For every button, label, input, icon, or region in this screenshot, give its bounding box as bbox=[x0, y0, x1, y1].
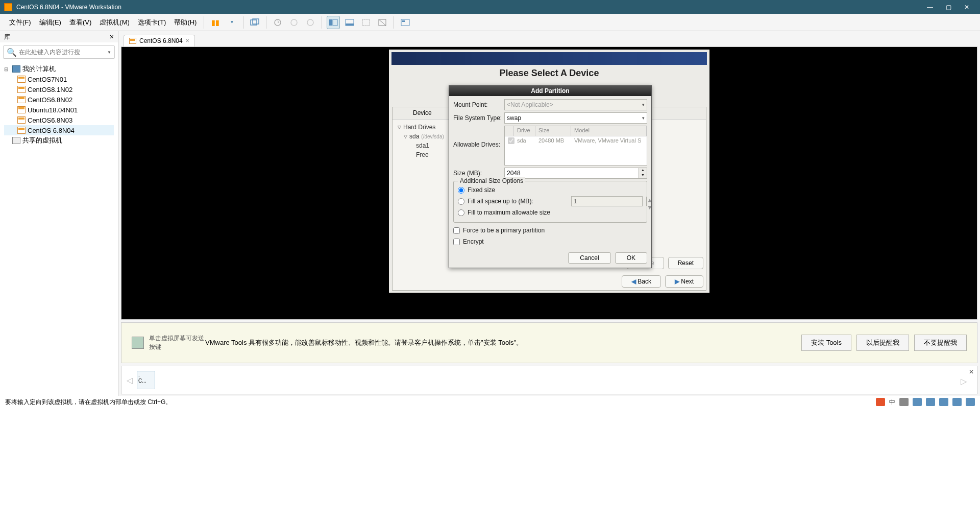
ime-icon[interactable] bbox=[876, 398, 885, 406]
add-partition-dialog: Add Partition Mount Point: <Not Applicab… bbox=[449, 85, 652, 268]
power-dropdown[interactable]: ▼ bbox=[225, 16, 238, 29]
vm-icon bbox=[17, 106, 26, 113]
tree-root-computer[interactable]: ⊟ 我的计算机 bbox=[4, 64, 114, 74]
svg-rect-9 bbox=[362, 19, 370, 26]
menu-vm[interactable]: 虚拟机(M) bbox=[95, 18, 134, 27]
svg-point-4 bbox=[307, 19, 313, 26]
radio-fixed[interactable] bbox=[458, 187, 464, 194]
vm-item[interactable]: Ubuntu18.04N01 bbox=[4, 105, 114, 115]
cancel-button[interactable]: Cancel bbox=[568, 252, 610, 264]
installer-window: Please Select A Device Device ▽Hard Driv… bbox=[389, 50, 709, 293]
view-mode1-button[interactable] bbox=[327, 16, 340, 29]
vm-icon bbox=[17, 127, 26, 134]
size-down[interactable]: ▼ bbox=[639, 173, 647, 178]
thumbnail-button[interactable] bbox=[399, 16, 412, 29]
status-message: 要将输入定向到该虚拟机，请在虚拟机内部单击或按 Ctrl+G。 bbox=[5, 398, 876, 407]
search-input[interactable] bbox=[19, 49, 107, 56]
mount-point-select: <Not Applicable>▾ bbox=[504, 99, 647, 110]
search-icon: 🔍 bbox=[7, 48, 17, 57]
radio-fillup[interactable] bbox=[458, 198, 464, 205]
computer-icon bbox=[12, 65, 20, 73]
snapshot-manager-button[interactable] bbox=[304, 16, 317, 29]
tray-icon[interactable] bbox=[952, 398, 962, 406]
app-icon bbox=[4, 3, 12, 11]
radio-fillmax[interactable] bbox=[458, 209, 464, 216]
svg-line-11 bbox=[379, 19, 386, 26]
menu-edit[interactable]: 编辑(E) bbox=[35, 18, 65, 27]
minimize-button[interactable]: — bbox=[926, 3, 934, 11]
menu-file[interactable]: 文件(F) bbox=[5, 18, 35, 27]
vm-icon bbox=[17, 116, 26, 124]
pause-button[interactable]: ▮▮ bbox=[209, 16, 222, 29]
svg-rect-5 bbox=[329, 19, 332, 26]
snapshot-button[interactable] bbox=[271, 16, 284, 29]
svg-rect-12 bbox=[401, 19, 409, 26]
size-label: Size (MB): bbox=[453, 170, 504, 177]
tab-bar: CentOS 6.8N04 × bbox=[118, 31, 980, 46]
vm-thumbnail[interactable]: .C... bbox=[137, 371, 155, 389]
vm-item[interactable]: CentOS7N01 bbox=[4, 74, 114, 84]
next-button[interactable]: ▶ Next bbox=[665, 275, 703, 288]
vmware-tools-infobar: 单击虚拟屏幕可发送按键 VMware Tools 具有很多功能，能改善鼠标移动性… bbox=[121, 322, 977, 363]
vm-icon bbox=[17, 86, 26, 93]
tray-icon[interactable] bbox=[926, 398, 935, 406]
fullscreen-button[interactable] bbox=[359, 16, 373, 29]
device-column-header: Device bbox=[393, 107, 453, 119]
search-dropdown-icon[interactable]: ▼ bbox=[107, 50, 111, 55]
reset-button[interactable]: Reset bbox=[668, 257, 703, 269]
view-mode2-button[interactable] bbox=[343, 16, 356, 29]
tree-shared-vms[interactable]: 共享的虚拟机 bbox=[4, 135, 114, 146]
additional-size-fieldset: Additional Size Options Fixed size Fill … bbox=[453, 181, 647, 223]
vm-item[interactable]: CentOS6.8N03 bbox=[4, 115, 114, 125]
library-close-icon[interactable]: × bbox=[110, 33, 114, 41]
thumb-prev[interactable]: ◁ bbox=[127, 375, 133, 385]
tab-close-icon[interactable]: × bbox=[186, 37, 189, 44]
thumb-close-icon[interactable]: ✕ bbox=[969, 368, 974, 375]
dont-remind-button[interactable]: 不要提醒我 bbox=[914, 335, 967, 351]
menu-view[interactable]: 查看(V) bbox=[65, 18, 95, 27]
vm-screen[interactable]: Please Select A Device Device ▽Hard Driv… bbox=[121, 46, 977, 320]
library-title: 库 bbox=[4, 33, 110, 41]
maximize-button[interactable]: ▢ bbox=[944, 3, 952, 11]
info-message: VMware Tools 具有很多功能，能改善鼠标移动性、视频和性能。请登录客户… bbox=[205, 338, 796, 347]
installer-banner bbox=[391, 52, 707, 65]
thumb-next[interactable]: ▷ bbox=[961, 376, 967, 386]
titlebar: CentOS 6.8N04 - VMware Workstation — ▢ ✕ bbox=[0, 0, 980, 14]
vm-item-selected[interactable]: CentOS 6.8N04 bbox=[4, 125, 114, 135]
svg-rect-13 bbox=[402, 20, 405, 22]
vm-icon bbox=[17, 96, 26, 103]
allowable-drives-grid[interactable]: Drive Size Model sda 20480 MB VMware, VM… bbox=[504, 126, 647, 166]
tray-icon[interactable] bbox=[966, 398, 975, 406]
vm-tab[interactable]: CentOS 6.8N04 × bbox=[124, 35, 195, 46]
info-icon bbox=[132, 337, 144, 349]
size-spinner[interactable]: ▲▼ bbox=[504, 168, 647, 179]
shared-icon bbox=[12, 137, 20, 144]
vm-item[interactable]: CentOS6.8N02 bbox=[4, 94, 114, 105]
vm-icon bbox=[129, 38, 136, 44]
svg-rect-8 bbox=[346, 23, 354, 26]
vm-item[interactable]: CentOS8.1N02 bbox=[4, 84, 114, 94]
check-encrypt[interactable] bbox=[453, 239, 460, 245]
unity-button[interactable] bbox=[376, 16, 389, 29]
dialog-title: Add Partition bbox=[449, 86, 651, 96]
ime-lang[interactable]: 中 bbox=[889, 398, 895, 407]
send-ctrlaltdel-button[interactable] bbox=[248, 16, 261, 29]
drive-row[interactable]: sda 20480 MB VMware, VMware Virtual S bbox=[505, 136, 647, 146]
install-tools-button[interactable]: 安装 Tools bbox=[801, 335, 851, 351]
svg-point-3 bbox=[291, 19, 297, 26]
allowable-drives-label: Allowable Drives: bbox=[453, 126, 504, 148]
revert-snapshot-button[interactable] bbox=[287, 16, 301, 29]
size-up[interactable]: ▲ bbox=[639, 168, 647, 173]
tray-icon[interactable] bbox=[939, 398, 948, 406]
tray-icon[interactable] bbox=[913, 398, 922, 406]
menu-tabs[interactable]: 选项卡(T) bbox=[134, 18, 170, 27]
check-primary[interactable] bbox=[453, 227, 460, 234]
remind-later-button[interactable]: 以后提醒我 bbox=[856, 335, 909, 351]
back-button[interactable]: ◀ Back bbox=[622, 275, 661, 288]
library-search[interactable]: 🔍 ▼ bbox=[3, 45, 115, 59]
fstype-select[interactable]: swap▾ bbox=[504, 112, 647, 124]
tray-icon[interactable] bbox=[899, 398, 909, 406]
close-button[interactable]: ✕ bbox=[963, 3, 971, 11]
menu-help[interactable]: 帮助(H) bbox=[170, 18, 201, 27]
ok-button[interactable]: OK bbox=[615, 252, 647, 264]
